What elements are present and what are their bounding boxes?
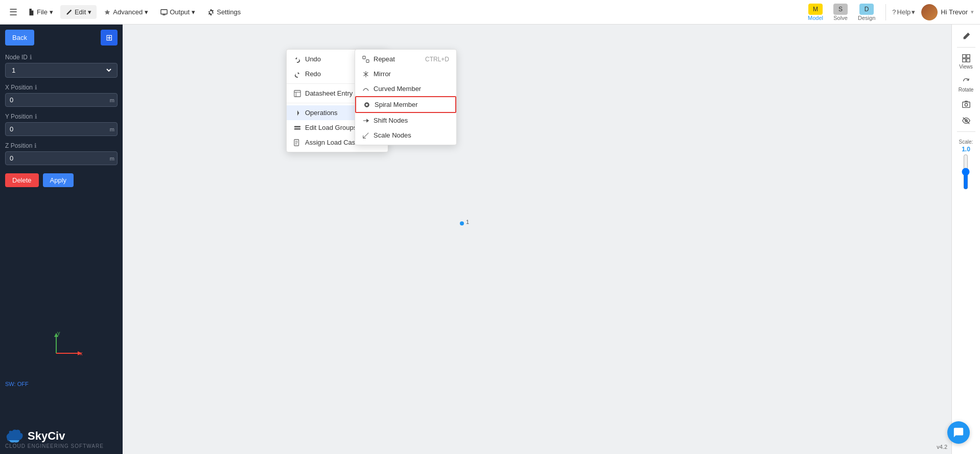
settings-menu-button[interactable]: Settings bbox=[202, 5, 246, 19]
svg-rect-17 bbox=[363, 56, 365, 58]
solve-icon: S bbox=[833, 4, 848, 15]
mode-model[interactable]: M Model bbox=[804, 3, 827, 22]
svg-text:y: y bbox=[57, 330, 60, 336]
chat-bubble[interactable] bbox=[947, 421, 970, 444]
sidebar: Back ⊞ Node ID ℹ 1 X Position ℹ m bbox=[0, 25, 123, 454]
svg-rect-11 bbox=[294, 126, 300, 127]
submenu-item-mirror[interactable]: Mirror bbox=[355, 66, 456, 81]
svg-rect-28 bbox=[962, 102, 969, 108]
node-id-info-icon[interactable]: ℹ bbox=[30, 54, 32, 61]
edit-tool-button[interactable] bbox=[955, 29, 977, 44]
version-tag: v4.2 bbox=[937, 444, 947, 450]
y-position-input[interactable] bbox=[5, 122, 118, 136]
skyciv-logo: SkyCiv bbox=[5, 429, 118, 443]
submenu-item-scale-nodes[interactable]: Scale Nodes bbox=[355, 128, 456, 143]
avatar bbox=[921, 4, 938, 20]
y-position-wrapper: m bbox=[5, 122, 118, 136]
hamburger-button[interactable]: ☰ bbox=[6, 4, 20, 21]
svg-rect-0 bbox=[161, 9, 167, 14]
model-icon: M bbox=[808, 4, 823, 15]
canvas-area[interactable]: Undo CTRL+Z Redo CTRL+Y Datasheet Entry bbox=[123, 25, 951, 454]
sidebar-top: Back ⊞ bbox=[5, 30, 118, 46]
submenu-item-curved-member[interactable]: Curved Member bbox=[355, 81, 456, 96]
grid-button[interactable]: ⊞ bbox=[101, 30, 118, 46]
advanced-menu-button[interactable]: Advanced ▾ bbox=[99, 5, 153, 19]
design-icon: D bbox=[859, 4, 874, 15]
submenu-item-spiral-member[interactable]: Spiral Member bbox=[355, 96, 456, 113]
help-button[interactable]: ? Help ▾ bbox=[892, 8, 915, 16]
z-position-input[interactable] bbox=[5, 151, 118, 165]
y-pos-info-icon[interactable]: ℹ bbox=[35, 113, 37, 120]
x-position-input[interactable] bbox=[5, 93, 118, 107]
sw-off-label: SW: OFF bbox=[5, 381, 29, 387]
node-id-select[interactable]: 1 bbox=[10, 66, 113, 75]
back-button[interactable]: Back bbox=[5, 30, 34, 46]
node-id-input[interactable]: 1 bbox=[5, 63, 118, 78]
z-pos-info-icon[interactable]: ℹ bbox=[34, 142, 37, 149]
screenshot-button[interactable] bbox=[955, 97, 977, 112]
submenu-item-shift-nodes[interactable]: Shift Nodes bbox=[355, 113, 456, 128]
file-menu-button[interactable]: File ▾ bbox=[22, 5, 58, 19]
svg-rect-26 bbox=[962, 59, 965, 62]
svg-line-21 bbox=[363, 132, 369, 138]
z-position-field: Z Position ℹ m bbox=[5, 142, 118, 165]
topbar-left: ☰ File ▾ Edit ▾ Advanced ▾ Output ▾ Sett… bbox=[6, 4, 246, 21]
edit-menu-button[interactable]: Edit ▾ bbox=[60, 5, 97, 19]
svg-rect-27 bbox=[966, 59, 969, 62]
x-position-field: X Position ℹ m bbox=[5, 84, 118, 107]
submenu-item-repeat[interactable]: Repeat CTRL+D bbox=[355, 52, 456, 66]
mode-design[interactable]: D Design bbox=[854, 3, 879, 22]
svg-rect-12 bbox=[294, 128, 300, 129]
mode-tabs: M Model S Solve D Design bbox=[804, 3, 879, 22]
mode-solve[interactable]: S Solve bbox=[829, 3, 852, 22]
sidebar-actions: Delete Apply bbox=[5, 173, 118, 187]
svg-point-29 bbox=[965, 103, 967, 106]
scale-section: Scale: 1.0 bbox=[959, 139, 973, 195]
x-pos-info-icon[interactable]: ℹ bbox=[35, 84, 37, 91]
x-position-wrapper: m bbox=[5, 93, 118, 107]
rt-divider-2 bbox=[957, 131, 975, 132]
scale-slider-container bbox=[961, 154, 971, 195]
topbar-right: M Model S Solve D Design ? Help ▾ bbox=[804, 3, 974, 22]
operations-submenu: Repeat CTRL+D Mirror Curved Member bbox=[355, 49, 457, 145]
apply-button[interactable]: Apply bbox=[43, 173, 74, 187]
main-layout: Back ⊞ Node ID ℹ 1 X Position ℹ m bbox=[0, 25, 980, 454]
rt-divider-1 bbox=[957, 47, 975, 48]
svg-rect-24 bbox=[962, 55, 965, 58]
axis-indicator: y x bbox=[46, 328, 87, 364]
scale-slider[interactable] bbox=[961, 154, 971, 190]
z-position-wrapper: m bbox=[5, 151, 118, 165]
user-area[interactable]: Hi Trevor ▾ bbox=[921, 4, 974, 20]
delete-button[interactable]: Delete bbox=[5, 173, 39, 187]
output-menu-button[interactable]: Output ▾ bbox=[155, 5, 200, 19]
views-button[interactable]: Views bbox=[955, 51, 977, 73]
svg-text:x: x bbox=[80, 350, 83, 356]
node-id-field: Node ID ℹ 1 bbox=[5, 54, 118, 78]
svg-rect-18 bbox=[366, 59, 369, 62]
hide-button[interactable] bbox=[955, 113, 977, 128]
topbar: ☰ File ▾ Edit ▾ Advanced ▾ Output ▾ Sett… bbox=[0, 0, 980, 25]
node-dot bbox=[460, 221, 464, 225]
svg-marker-20 bbox=[367, 119, 369, 122]
right-toolbar: Views Rotate Scale: 1.0 bbox=[951, 25, 980, 454]
node-label: 1 bbox=[466, 219, 469, 225]
svg-rect-25 bbox=[966, 55, 969, 58]
rotate-button[interactable]: Rotate bbox=[955, 74, 977, 96]
y-position-field: Y Position ℹ m bbox=[5, 113, 118, 136]
svg-rect-8 bbox=[294, 90, 300, 96]
